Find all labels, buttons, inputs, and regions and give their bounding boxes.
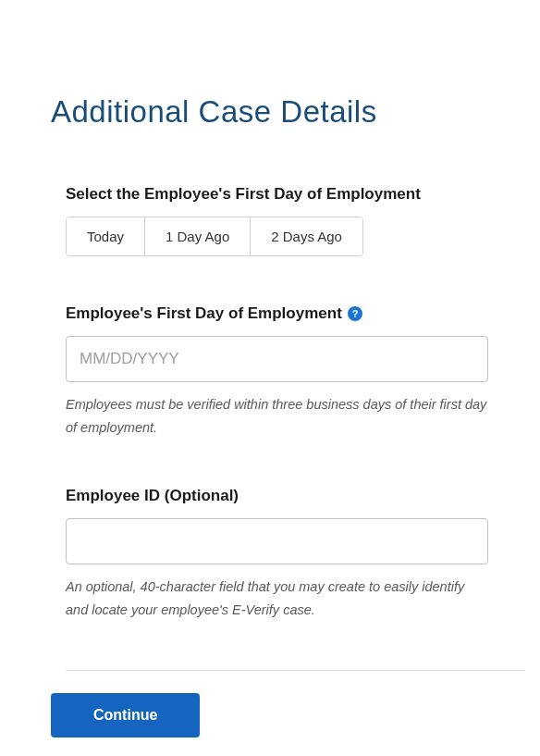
employee-id-helper-text: An optional, 40-character field that you… (66, 576, 488, 621)
option-today[interactable]: Today (67, 217, 145, 255)
first-day-button-group: Today 1 Day Ago 2 Days Ago (66, 217, 363, 256)
page-title: Additional Case Details (51, 94, 540, 130)
svg-text:?: ? (351, 308, 358, 319)
first-day-select-block: Select the Employee's First Day of Emplo… (66, 185, 488, 256)
first-day-field-block: Employee's First Day of Employment ? Emp… (66, 304, 488, 439)
employee-id-field-label: Employee ID (Optional) (66, 487, 239, 505)
first-day-field-label: Employee's First Day of Employment (66, 304, 342, 323)
employee-id-field-label-row: Employee ID (Optional) (66, 487, 488, 505)
help-icon[interactable]: ? (348, 306, 362, 321)
employee-id-field-block: Employee ID (Optional) An optional, 40-c… (66, 487, 488, 621)
employee-id-input[interactable] (66, 518, 488, 564)
option-1-day-ago[interactable]: 1 Day Ago (145, 217, 251, 255)
first-day-field-label-row: Employee's First Day of Employment ? (66, 304, 488, 323)
first-day-select-label: Select the Employee's First Day of Emplo… (66, 185, 488, 204)
first-day-helper-text: Employees must be verified within three … (66, 393, 488, 439)
divider (66, 670, 525, 671)
continue-button[interactable]: Continue (51, 693, 200, 737)
first-day-input[interactable] (66, 336, 488, 382)
option-2-days-ago[interactable]: 2 Days Ago (251, 217, 362, 255)
